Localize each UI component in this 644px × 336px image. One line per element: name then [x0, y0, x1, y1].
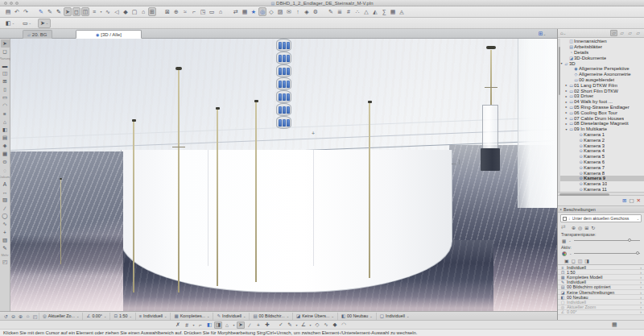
- spline-icon[interactable]: ∿: [104, 7, 112, 16]
- angle-icon[interactable]: ∠: [299, 321, 308, 329]
- tree-item[interactable]: ▸ ▭ 05 Ring-Strasse Endlager: [558, 105, 644, 110]
- text-tool[interactable]: A: [1, 180, 10, 188]
- wall-tool-icon[interactable]: ◫: [81, 7, 89, 16]
- morph-tool[interactable]: ◈: [1, 142, 10, 150]
- tree-item[interactable]: ▾ ▭ 09 In Multikarte: [558, 127, 644, 132]
- arrow-tool-icon[interactable]: ➤: [64, 7, 72, 16]
- add-reference-icon[interactable]: ⊕: [572, 225, 576, 230]
- pen-icon[interactable]: ✎: [55, 7, 63, 16]
- compare-icon[interactable]: ◨: [584, 258, 589, 263]
- wall-tool[interactable]: ▬: [1, 61, 10, 69]
- diamond2-icon[interactable]: ◇: [267, 7, 275, 16]
- reference-selector[interactable]: ↓ Unter dem aktuellen Geschoss ⌄: [560, 214, 642, 222]
- zoom-in-icon[interactable]: ⊕: [17, 313, 24, 319]
- target-icon[interactable]: ⊕: [172, 7, 180, 16]
- triangle-left-icon[interactable]: ◁: [113, 7, 121, 16]
- default-settings-dropdown[interactable]: ◧⌄: [4, 19, 16, 27]
- split-view-icon[interactable]: ◫: [578, 258, 583, 263]
- home-icon[interactable]: ⌂: [139, 7, 147, 16]
- marquee-tool-icon[interactable]: ◻: [72, 7, 80, 16]
- hotspot-tool[interactable]: +: [1, 228, 10, 236]
- settings-gear-icon[interactable]: ⚙: [312, 7, 320, 16]
- slab-tool[interactable]: ≡: [1, 110, 10, 118]
- save-icon[interactable]: ▤: [4, 7, 12, 16]
- arrow-cursor-icon[interactable]: ➤: [237, 321, 245, 329]
- box-icon[interactable]: ▢: [130, 7, 138, 16]
- favorites-star-icon[interactable]: ★: [250, 7, 258, 16]
- cap-icon[interactable]: ◬: [398, 7, 406, 16]
- dropdown-icon[interactable]: ▾: [295, 321, 299, 329]
- section-tool[interactable]: ◰: [1, 258, 10, 266]
- dimension-select[interactable]: ▢ Individuell ⌄: [376, 313, 413, 320]
- orientation-row[interactable]: ∠ 0.00° ›: [558, 310, 644, 315]
- scrollbar-thumb[interactable]: [559, 193, 609, 196]
- grid-snap-icon[interactable]: #: [183, 321, 191, 329]
- lines-icon[interactable]: ≡: [90, 7, 98, 16]
- pen-icon[interactable]: ✎: [286, 321, 294, 329]
- collapse-arrow-icon[interactable]: ▸: [560, 207, 562, 211]
- door-tool[interactable]: ◫: [1, 69, 10, 77]
- outline-toggle-icon[interactable]: ◻: [572, 258, 576, 263]
- zoom-out-icon[interactable]: ⊖: [10, 313, 17, 319]
- cancel-icon[interactable]: ✗: [174, 321, 182, 329]
- fill-tool[interactable]: ▨: [1, 196, 10, 204]
- line-tool[interactable]: ∕: [1, 204, 10, 212]
- reference-checkbox[interactable]: [563, 217, 567, 221]
- separator[interactable]: [157, 7, 163, 16]
- view-map-button[interactable]: ▱: [618, 30, 625, 36]
- slash-icon[interactable]: ∕: [246, 321, 254, 329]
- circle-tool[interactable]: ◯: [1, 212, 10, 220]
- orientation-select[interactable]: ∠ 0.00° ⌄: [82, 313, 109, 320]
- tree-item[interactable]: ⊙ Kamera 8: [558, 170, 644, 176]
- pen-set-select[interactable]: ✎ Individuell ⌄: [213, 313, 249, 320]
- redo-icon[interactable]: ↷: [22, 7, 30, 16]
- back-icon[interactable]: ↺: [2, 313, 10, 319]
- section-label-dokumentation[interactable]: Dokum.: [1, 174, 10, 180]
- dimension-tool[interactable]: ↔: [1, 188, 10, 196]
- spline2-tool[interactable]: ∿: [1, 220, 10, 228]
- tree-item[interactable]: ▤ Arbeitsblätter: [558, 44, 644, 50]
- model-view-select[interactable]: ▤ 00 Bildschir... ⌄: [249, 313, 292, 320]
- object-tool[interactable]: ⊙: [1, 158, 10, 166]
- zoom-select-icon[interactable]: ◎: [258, 7, 266, 16]
- viewport-3d[interactable]: +: [10, 39, 557, 311]
- tree-item[interactable]: ▸ ▭ 07 Cable Drum Houses: [558, 115, 644, 121]
- active-slider[interactable]: [574, 251, 640, 256]
- print-icon[interactable]: ▦: [612, 321, 617, 328]
- publisher-button[interactable]: ▱: [634, 30, 642, 36]
- frame-icon[interactable]: ◳: [199, 7, 207, 16]
- stair-tool[interactable]: ◧: [1, 126, 10, 134]
- rect-icon[interactable]: ▭: [208, 7, 216, 16]
- tree-item[interactable]: ⊙ Kamera 6: [558, 160, 644, 165]
- tree-item[interactable]: ▾ ▱ 3D: [558, 60, 644, 66]
- sum-icon[interactable]: ∑: [380, 7, 388, 16]
- corner-icon[interactable]: ⌐: [190, 7, 198, 16]
- section-label-planung[interactable]: Planung: [1, 56, 10, 61]
- mail-icon[interactable]: ✉: [285, 7, 293, 16]
- section-label-mehr[interactable]: Mehr: [1, 252, 10, 258]
- slider-thumb[interactable]: [628, 239, 631, 242]
- dropdown-icon[interactable]: ▾: [308, 321, 312, 329]
- swap-icon[interactable]: ⇄: [232, 7, 240, 16]
- fills-toggle-icon[interactable]: ▣: [564, 258, 569, 263]
- publish-icon[interactable]: ↑: [294, 7, 302, 16]
- list-icon[interactable]: ≣: [336, 7, 344, 16]
- tree-item[interactable]: ▸ ▭ 04 Walk by foot ...: [558, 99, 644, 105]
- element-settings-dropdown[interactable]: ▭⌄: [21, 19, 33, 27]
- tree-item[interactable]: ▸ ▭ 03 Driver: [558, 93, 644, 99]
- layout-book-button[interactable]: ▱: [626, 30, 634, 36]
- grid2-icon[interactable]: ▦: [389, 7, 397, 16]
- zoom-box-icon[interactable]: ◰: [31, 313, 39, 319]
- tree-item[interactable]: ⊙ Kamera 9: [558, 176, 644, 181]
- hatch-icon[interactable]: ▨: [276, 7, 284, 16]
- graphic-override-select[interactable]: ◪ Keine Übers... ⌄: [292, 313, 337, 320]
- renovation-filter-select[interactable]: ◧ 00 Neubau ⌄: [337, 313, 376, 320]
- tree-item[interactable]: ◉ Allgemeine Perspektive: [558, 66, 644, 72]
- close-box-icon[interactable]: ⊠: [163, 7, 171, 16]
- marquee-tool[interactable]: ◻: [1, 48, 10, 56]
- zoom-level-select[interactable]: ◎ Aktueller Zo... ⌄: [39, 313, 82, 320]
- tree-item[interactable]: ▸ ▭ 01 Lang DTKW Film: [558, 82, 644, 88]
- snap-grid-icon[interactable]: ◧: [205, 321, 213, 329]
- dropdown-icon[interactable]: ▾: [232, 321, 236, 329]
- hash-icon[interactable]: #: [345, 7, 353, 16]
